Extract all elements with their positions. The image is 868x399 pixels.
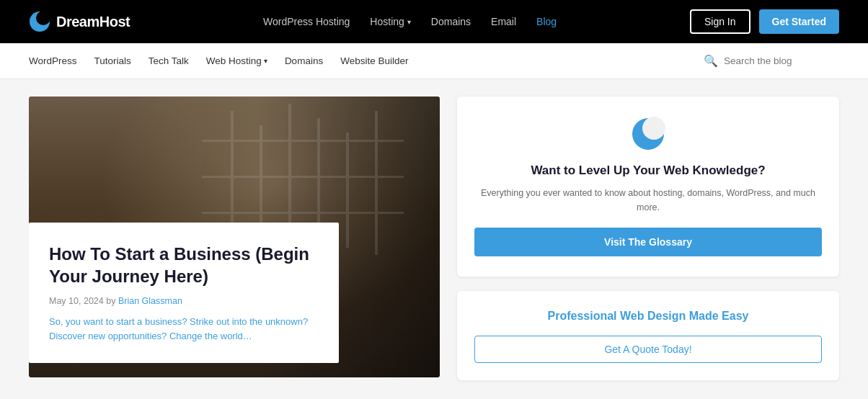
top-nav-actions: Sign In Get Started — [690, 9, 839, 34]
search-area: 🔍 — [704, 54, 839, 68]
hero-date: May 10, 2024 — [49, 296, 104, 306]
visit-glossary-button[interactable]: Visit The Glossary — [474, 228, 822, 256]
svg-rect-9 — [202, 176, 404, 178]
nav-email[interactable]: Email — [491, 16, 516, 27]
hero-author[interactable]: Brian Glassman — [118, 296, 182, 306]
sec-nav-tech-talk[interactable]: Tech Talk — [149, 55, 189, 66]
sec-nav-website-builder[interactable]: Website Builder — [340, 55, 408, 66]
svg-rect-7 — [375, 111, 378, 255]
glossary-card-title: Want to Level Up Your Web Knowledge? — [474, 163, 822, 179]
sec-nav-tutorials[interactable]: Tutorials — [94, 55, 131, 66]
hosting-dropdown-chevron: ▾ — [407, 18, 411, 26]
secondary-navigation: WordPress Tutorials Tech Talk Web Hostin… — [0, 43, 868, 79]
svg-rect-8 — [202, 140, 404, 142]
nav-wordpress-hosting[interactable]: WordPress Hosting — [263, 16, 350, 27]
logo[interactable]: DreamHost — [29, 11, 130, 32]
svg-point-12 — [642, 117, 665, 140]
brand-name: DreamHost — [56, 14, 130, 30]
hero-by: by — [106, 296, 118, 306]
sidebar: Want to Level Up Your Web Knowledge? Eve… — [457, 97, 839, 380]
svg-rect-6 — [346, 133, 349, 248]
sec-nav-domains[interactable]: Domains — [285, 55, 323, 66]
web-design-card-title: Professional Web Design Made Easy — [474, 308, 822, 324]
hero-meta: May 10, 2024 by Brian Glassman — [49, 296, 316, 306]
glossary-card: Want to Level Up Your Web Knowledge? Eve… — [457, 97, 839, 277]
hero-excerpt: So, you want to start a business? Strike… — [49, 315, 316, 343]
signin-button[interactable]: Sign In — [690, 9, 750, 34]
hero-title: How To Start a Business (Begin Your Jour… — [49, 243, 316, 287]
top-nav-links: WordPress Hosting Hosting ▾ Domains Emai… — [263, 16, 557, 27]
web-design-title-highlight: Web Design — [620, 310, 686, 322]
nav-hosting[interactable]: Hosting ▾ — [370, 16, 410, 27]
getstarted-button[interactable]: Get Started — [759, 9, 839, 34]
search-input[interactable] — [724, 55, 839, 66]
sec-nav-web-hosting[interactable]: Web Hosting ▾ — [206, 55, 267, 66]
web-hosting-chevron: ▾ — [264, 57, 267, 65]
glossary-card-icon — [474, 117, 822, 154]
dreamhost-logo-icon — [29, 11, 50, 32]
web-design-title-part1: Professional — [548, 310, 620, 322]
top-navigation: DreamHost WordPress Hosting Hosting ▾ Do… — [0, 0, 868, 43]
get-quote-button[interactable]: Get A Quote Today! — [474, 336, 822, 363]
glossary-card-desc: Everything you ever wanted to know about… — [474, 186, 822, 215]
hero-article-card: How To Start a Business (Begin Your Jour… — [29, 97, 440, 377]
sec-nav-wordpress[interactable]: WordPress — [29, 55, 77, 66]
secondary-nav-links: WordPress Tutorials Tech Talk Web Hostin… — [29, 55, 408, 66]
web-design-card: Professional Web Design Made Easy Get A … — [457, 291, 839, 380]
hero-text-box: How To Start a Business (Begin Your Jour… — [29, 223, 339, 363]
web-design-title-part2: Made Easy — [686, 310, 748, 322]
search-icon: 🔍 — [704, 54, 718, 68]
dreamhost-moon-icon — [631, 117, 665, 151]
nav-blog[interactable]: Blog — [536, 16, 557, 27]
svg-rect-10 — [202, 212, 404, 214]
svg-point-1 — [36, 11, 50, 25]
main-content: How To Start a Business (Begin Your Jour… — [0, 79, 868, 398]
hero-image: How To Start a Business (Begin Your Jour… — [29, 97, 440, 377]
nav-domains[interactable]: Domains — [431, 16, 471, 27]
